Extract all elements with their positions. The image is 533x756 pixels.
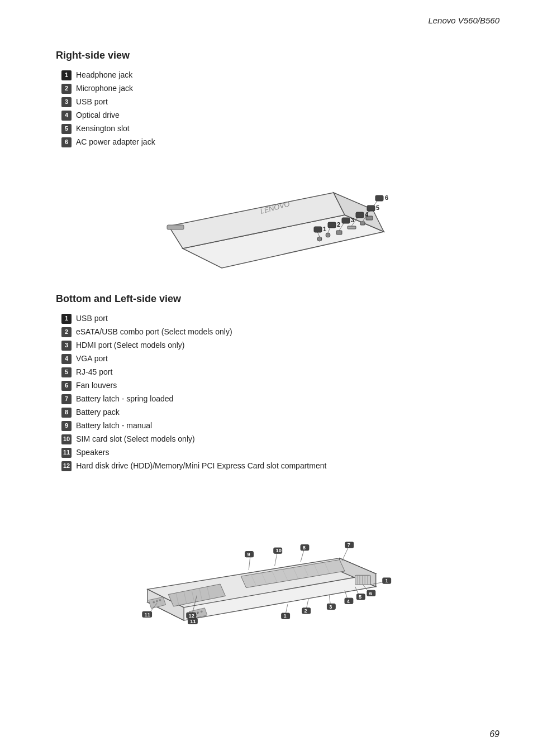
svg-line-71	[342, 546, 349, 561]
bl-badge-7: 7	[61, 394, 72, 404]
list-item: 6 AC power adapter jack	[61, 136, 488, 148]
svg-text:7: 7	[348, 542, 350, 548]
bl-label-12: Hard disk drive (HDD)/Memory/Mini PCI Ex…	[76, 460, 326, 472]
list-item: 2 eSATA/USB combo port (Select models on…	[61, 326, 488, 338]
bl-badge-8: 8	[61, 408, 72, 418]
bl-label-10: SIM card slot (Select models only)	[76, 433, 194, 445]
svg-text:5: 5	[376, 204, 379, 211]
svg-text:9: 9	[247, 552, 250, 557]
bl-label-8: Battery pack	[76, 406, 120, 418]
svg-point-54	[197, 611, 199, 614]
svg-point-50	[156, 600, 158, 602]
bl-badge-3: 3	[61, 341, 72, 351]
list-item: 12 Hard disk drive (HDD)/Memory/Mini PCI…	[61, 460, 488, 472]
item-label-4: Optical drive	[76, 109, 120, 121]
list-item: 3 USB port	[61, 96, 488, 108]
list-item: 6 Fan louvers	[61, 380, 488, 391]
item-badge-2: 2	[61, 84, 72, 94]
item-label-3: USB port	[76, 96, 108, 108]
svg-rect-17	[336, 231, 342, 235]
bl-label-1: USB port	[76, 313, 108, 324]
svg-line-65	[275, 552, 278, 566]
svg-line-68	[301, 549, 304, 562]
svg-text:2: 2	[337, 221, 340, 228]
svg-text:5: 5	[359, 594, 361, 600]
bl-badge-5: 5	[61, 367, 72, 377]
bottom-left-svg: 9 10 8 7 1 6	[110, 483, 434, 628]
item-label-2: Microphone jack	[76, 83, 133, 94]
page-content: Right-side view 1 Headphone jack 2 Micro…	[0, 25, 533, 667]
svg-text:8: 8	[303, 545, 306, 551]
svg-text:4: 4	[347, 599, 350, 604]
svg-text:11: 11	[190, 619, 196, 624]
svg-point-51	[159, 599, 161, 601]
svg-text:4: 4	[365, 211, 369, 218]
bl-badge-11: 11	[61, 448, 72, 458]
bl-badge-12: 12	[61, 461, 72, 471]
svg-text:6: 6	[369, 591, 372, 596]
svg-point-25	[317, 237, 322, 241]
list-item: 4 VGA port	[61, 353, 488, 365]
right-side-list: 1 Headphone jack 2 Microphone jack 3 USB…	[61, 69, 488, 148]
svg-text:3: 3	[351, 217, 354, 223]
header-title: Lenovo V560/B560	[428, 16, 499, 25]
svg-rect-13	[348, 226, 356, 229]
item-label-1: Headphone jack	[76, 69, 132, 81]
list-item: 1 Headphone jack	[61, 69, 488, 81]
item-badge-3: 3	[61, 97, 72, 107]
svg-text:2: 2	[304, 608, 307, 614]
bl-label-11: Speakers	[76, 447, 109, 458]
bottom-left-list: 1 USB port 2 eSATA/USB combo port (Selec…	[61, 313, 488, 472]
svg-rect-15	[356, 212, 364, 218]
right-side-title: Right-side view	[56, 50, 488, 61]
svg-text:12: 12	[189, 613, 194, 619]
svg-rect-9	[360, 222, 365, 225]
bl-badge-9: 9	[61, 421, 72, 431]
svg-point-55	[201, 610, 203, 613]
bl-label-3: HDMI port (Select models only)	[76, 339, 185, 351]
svg-text:3: 3	[329, 604, 332, 610]
svg-text:6: 6	[385, 194, 388, 201]
svg-rect-19	[342, 218, 350, 223]
list-item: 2 Microphone jack	[61, 83, 488, 94]
bl-badge-10: 10	[61, 434, 72, 444]
bl-badge-6: 6	[61, 381, 72, 391]
svg-point-21	[326, 233, 330, 237]
bl-label-4: VGA port	[76, 353, 108, 365]
list-item: 8 Battery pack	[61, 406, 488, 418]
bl-badge-2: 2	[61, 327, 72, 337]
list-item: 5 Kensington slot	[61, 123, 488, 135]
svg-text:11: 11	[145, 612, 150, 618]
bl-label-7: Battery latch - spring loaded	[76, 393, 173, 405]
list-item: 4 Optical drive	[61, 109, 488, 121]
bottom-left-diagram: 9 10 8 7 1 6	[56, 483, 488, 628]
item-badge-1: 1	[61, 70, 72, 80]
svg-text:1: 1	[323, 226, 326, 232]
bottom-left-title: Bottom and Left-side view	[56, 293, 488, 305]
list-item: 1 USB port	[61, 313, 488, 324]
svg-rect-11	[367, 205, 375, 211]
bottom-left-section: Bottom and Left-side view 1 USB port 2 e…	[56, 293, 488, 628]
bl-badge-4: 4	[61, 354, 72, 364]
svg-rect-23	[328, 222, 336, 228]
bl-label-2: eSATA/USB combo port (Select models only…	[76, 326, 232, 338]
bl-label-6: Fan louvers	[76, 380, 117, 391]
item-badge-6: 6	[61, 137, 72, 147]
item-label-5: Kensington slot	[76, 123, 130, 135]
svg-text:10: 10	[276, 548, 282, 553]
bl-badge-1: 1	[61, 314, 72, 324]
svg-rect-7	[375, 195, 383, 201]
list-item: 3 HDMI port (Select models only)	[61, 339, 488, 351]
page-header: Lenovo V560/B560	[0, 0, 533, 25]
right-side-section: Right-side view 1 Headphone jack 2 Micro…	[56, 50, 488, 276]
list-item: 5 RJ-45 port	[61, 366, 488, 378]
right-side-diagram: LENOVO 6 5 4	[56, 159, 488, 276]
svg-rect-56	[355, 575, 371, 585]
svg-rect-4	[167, 225, 184, 229]
bl-label-9: Battery latch - manual	[76, 420, 152, 432]
list-item: 7 Battery latch - spring loaded	[61, 393, 488, 405]
list-item: 9 Battery latch - manual	[61, 420, 488, 432]
svg-text:1: 1	[385, 578, 388, 583]
svg-point-49	[153, 601, 155, 604]
right-side-svg: LENOVO 6 5 4	[138, 159, 406, 276]
